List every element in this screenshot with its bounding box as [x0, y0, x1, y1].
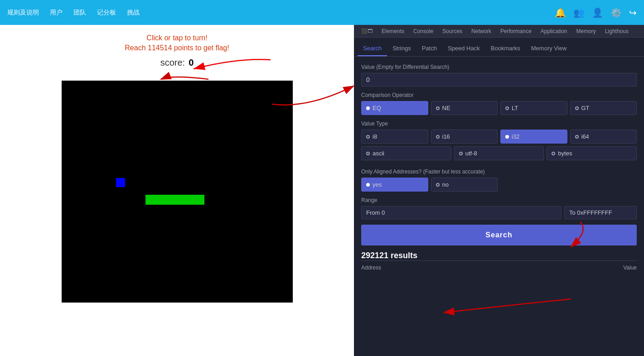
browser-tab-network[interactable]: Network: [468, 27, 495, 35]
browser-tab-lighthouse[interactable]: Lighthous: [601, 27, 632, 35]
aligned-section: Only Aligned Addresses? (Faster but less…: [361, 168, 637, 192]
bytes-label: bytes: [558, 150, 572, 157]
top-nav: 规则及说明 用户 团队 记分板 挑战 🔔 👥 👤 ⚙️ ↪: [0, 0, 644, 25]
devtools-browser-tabs: ⬛🗖 Elements Console Sources Network Perf…: [354, 25, 644, 38]
aligned-options: yes no: [361, 178, 637, 192]
i8-dot: [366, 135, 370, 139]
type-i8[interactable]: i8: [361, 130, 428, 144]
tab-search[interactable]: Search: [358, 41, 387, 56]
platform-bar: [145, 195, 204, 205]
utf8-dot: [459, 152, 463, 155]
score-label: score:: [160, 58, 185, 68]
browser-tab-application[interactable]: Application: [537, 27, 571, 35]
ascii-dot: [366, 152, 370, 155]
value-type-section: Value Type i8 i16 i32: [361, 120, 637, 163]
game-top-section: Click or tap to turn! Reach 114514 point…: [0, 34, 354, 303]
score-line: score: 0: [160, 58, 194, 68]
devtools-main-tabs: Search Strings Patch Speed Hack Bookmark…: [354, 38, 644, 57]
comparison-eq[interactable]: EQ: [361, 101, 428, 115]
value-type-row1: i8 i16 i32 i64: [361, 130, 637, 144]
tab-strings[interactable]: Strings: [387, 41, 416, 56]
search-button[interactable]: Search: [361, 225, 637, 245]
comparison-options: EQ NE LT GT: [361, 101, 637, 115]
type-bytes[interactable]: bytes: [547, 146, 637, 160]
i64-label: i64: [581, 133, 589, 140]
comparison-ne[interactable]: NE: [431, 101, 498, 115]
player-square: [116, 178, 125, 187]
comparison-section: Comparison Operator EQ NE LT: [361, 92, 637, 115]
type-utf8[interactable]: utf-8: [454, 146, 544, 160]
i32-label: i32: [512, 133, 519, 140]
group-icon[interactable]: 👥: [573, 7, 585, 18]
lt-dot: [505, 106, 509, 110]
value-input[interactable]: [361, 73, 637, 87]
type-i32[interactable]: i32: [500, 130, 567, 144]
game-instruction-line2: Reach 114514 points to get flag!: [125, 44, 229, 52]
browser-tab-sources[interactable]: Sources: [439, 27, 466, 35]
comparison-lt[interactable]: LT: [500, 101, 567, 115]
value-type-label: Value Type: [361, 120, 637, 127]
nav-icons: 🔔 👥 👤 ⚙️ ↪: [555, 7, 637, 18]
results-section: 292121 results Address Value: [361, 251, 637, 271]
tab-memory-view[interactable]: Memory View: [526, 41, 572, 56]
range-inputs: [361, 206, 637, 219]
browser-tab-icons[interactable]: ⬛🗖: [358, 27, 376, 35]
browser-tab-memory[interactable]: Memory: [573, 27, 600, 35]
game-instruction-line1: Click or tap to turn!: [146, 34, 207, 42]
i8-label: i8: [373, 133, 377, 140]
bell-icon[interactable]: 🔔: [555, 7, 566, 18]
tab-patch[interactable]: Patch: [416, 41, 442, 56]
i16-label: i16: [442, 133, 450, 140]
nav-challenges[interactable]: 挑战: [127, 9, 140, 17]
devtools-content: Value (Empty for Differential Search) Co…: [354, 57, 644, 356]
range-from-input[interactable]: [361, 206, 562, 219]
yes-label: yes: [373, 181, 382, 188]
nav-teams[interactable]: 团队: [73, 9, 86, 17]
i32-dot: [505, 135, 509, 139]
utf8-label: utf-8: [465, 150, 477, 157]
aligned-no[interactable]: no: [431, 178, 498, 192]
browser-tab-console[interactable]: Console: [410, 27, 437, 35]
bytes-dot: [552, 152, 555, 155]
col-address: Address: [361, 265, 381, 271]
settings-icon[interactable]: ⚙️: [610, 7, 622, 18]
no-label: no: [442, 181, 449, 188]
gt-label: GT: [581, 105, 590, 111]
range-section: Range: [361, 197, 637, 219]
range-to-input[interactable]: [564, 206, 637, 219]
user-icon[interactable]: 👤: [592, 7, 603, 18]
value-section: Value (Empty for Differential Search): [361, 64, 637, 87]
aligned-yes[interactable]: yes: [361, 178, 428, 192]
nav-scoreboard[interactable]: 记分板: [97, 9, 116, 17]
main-content: Click or tap to turn! Reach 114514 point…: [0, 25, 644, 356]
value-label: Value (Empty for Differential Search): [361, 64, 637, 70]
gt-dot: [575, 106, 579, 110]
comparison-label: Comparison Operator: [361, 92, 637, 98]
game-panel: Click or tap to turn! Reach 114514 point…: [0, 25, 354, 356]
logout-icon[interactable]: ↪: [629, 7, 637, 18]
range-label: Range: [361, 197, 637, 203]
nav-users[interactable]: 用户: [50, 9, 63, 17]
nav-rules[interactable]: 规则及说明: [7, 9, 39, 17]
value-type-row2: ascii utf-8 bytes: [361, 146, 637, 160]
yes-dot: [366, 183, 370, 187]
results-table-header: Address Value: [361, 260, 637, 271]
ascii-label: ascii: [373, 150, 384, 157]
browser-tab-performance[interactable]: Performance: [497, 27, 535, 35]
type-ascii[interactable]: ascii: [361, 146, 451, 160]
results-count: 292121 results: [361, 251, 637, 260]
score-value: 0: [189, 58, 194, 68]
type-i16[interactable]: i16: [431, 130, 498, 144]
game-canvas[interactable]: [62, 81, 293, 303]
tab-speed-hack[interactable]: Speed Hack: [442, 41, 485, 56]
type-i64[interactable]: i64: [570, 130, 637, 144]
i16-dot: [436, 135, 440, 139]
comparison-gt[interactable]: GT: [570, 101, 637, 115]
devtools-panel: ⬛🗖 Elements Console Sources Network Perf…: [354, 25, 644, 356]
lt-label: LT: [512, 105, 518, 111]
tab-bookmarks[interactable]: Bookmarks: [485, 41, 526, 56]
browser-tab-elements[interactable]: Elements: [378, 27, 408, 35]
ne-label: NE: [442, 105, 450, 111]
ne-dot: [436, 106, 440, 110]
no-dot: [436, 183, 440, 187]
